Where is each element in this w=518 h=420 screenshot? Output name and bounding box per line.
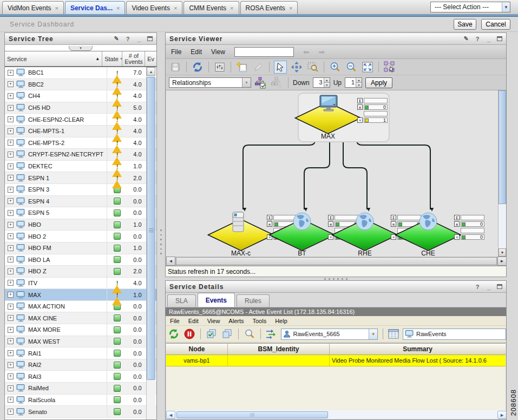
expand-icon[interactable]: + (8, 338, 14, 344)
table-row[interactable]: +RAI20.0 (5, 359, 156, 371)
close-icon[interactable]: × (116, 5, 120, 11)
tab-cmm-events[interactable]: CMM Events× (183, 1, 239, 14)
spin-down-icon[interactable]: ▼ (356, 82, 362, 87)
menu-alerts[interactable]: Alerts (228, 318, 244, 324)
details-hscrollbar-thumb[interactable] (176, 411, 328, 418)
table-row[interactable]: +RaiMed0.0 (5, 383, 156, 395)
viewer-vscrollbar[interactable]: ▼ (498, 90, 506, 257)
table-row[interactable]: +CRYPT-ESPN2-NETCRYPT!4.0 (5, 149, 156, 161)
expand-icon[interactable]: + (8, 409, 14, 415)
zoom-in-icon[interactable] (329, 61, 342, 74)
table-row[interactable]: +CHE-MPTS-1!4.0 (5, 126, 156, 137)
column-header-events[interactable]: # ofEvents (122, 51, 145, 66)
column-header-summary[interactable]: Summary (330, 344, 506, 355)
expand-icon[interactable]: + (8, 385, 14, 391)
tab-events[interactable]: Events (198, 293, 235, 307)
event-view-dropdown[interactable]: RawEvents (403, 329, 506, 340)
expand-icon[interactable]: + (8, 105, 14, 111)
table-row[interactable]: +ITV!4.0 (5, 278, 156, 290)
tab-service-das-[interactable]: Service Das...× (65, 1, 126, 14)
expand-icon[interactable]: + (8, 81, 14, 87)
table-view-icon[interactable] (388, 327, 399, 340)
menu-view[interactable]: View (207, 318, 220, 324)
table-row[interactable]: +Senato0.0 (5, 406, 156, 418)
table-row[interactable]: +DEKTEC!1.0 (5, 161, 156, 173)
tab-sla[interactable]: SLA (167, 294, 196, 307)
table-row[interactable]: +CHE-MPTS-2!4.0 (5, 137, 156, 149)
table-row[interactable]: +ESPN 30.0 (5, 184, 156, 196)
table-row[interactable]: +CH5 HD!5.0 (5, 102, 156, 114)
clear-relationship-icon[interactable] (271, 76, 284, 89)
minimize-icon[interactable]: _ (486, 284, 493, 290)
help-icon[interactable]: ? (124, 36, 132, 42)
spin-up-icon[interactable]: ▲ (324, 78, 330, 82)
column-header-ev[interactable]: Ev (145, 51, 156, 66)
viewer-search-input[interactable] (234, 47, 294, 57)
table-row[interactable]: +MAX ACTION0.0 (5, 301, 156, 313)
event-flow-icon[interactable] (265, 327, 277, 340)
refresh-icon[interactable] (191, 61, 204, 74)
save-icon[interactable] (169, 61, 182, 74)
table-row[interactable]: +HBO LA0.0 (5, 254, 156, 266)
menu-edit[interactable]: Edit (188, 318, 199, 324)
expand-icon[interactable]: + (8, 128, 14, 134)
tab-vidmon-events[interactable]: VidMon Events× (2, 1, 64, 14)
copy-icon[interactable] (221, 327, 233, 340)
expand-icon[interactable]: + (8, 198, 14, 204)
viewer-hscrollbar[interactable]: ◄ ► (166, 257, 507, 266)
tab-rosa-events[interactable]: ROSA Events× (240, 1, 298, 14)
table-row[interactable]: +MAX WEST0.0 (5, 336, 156, 348)
table-row[interactable]: +HBO FM1.0 (5, 242, 156, 254)
expand-icon[interactable]: + (8, 315, 14, 321)
scroll-left-icon[interactable]: ◄ (166, 411, 175, 419)
table-row[interactable]: +ESPN 40.0 (5, 196, 156, 208)
relationships-dropdown[interactable]: Relationships ▼ (169, 77, 251, 88)
table-row[interactable]: +CHE-ESPN2-CLEAR!4.0 (5, 114, 156, 126)
edit-icon[interactable] (252, 61, 265, 74)
topology-node-che[interactable]: Σıı0≡0CHE (403, 211, 486, 257)
table-row[interactable]: +MAX MORE0.0 (5, 324, 156, 336)
maximize-icon[interactable] (147, 36, 153, 41)
expand-icon[interactable]: + (8, 245, 14, 251)
column-header-node[interactable]: Node (166, 344, 228, 355)
zoom-area-icon[interactable] (306, 61, 319, 74)
menu-file[interactable]: File (170, 318, 180, 324)
table-row[interactable]: +MAX CINE0.0 (5, 312, 156, 324)
minimize-icon[interactable]: _ (486, 36, 493, 42)
select-tool-icon[interactable] (274, 61, 287, 74)
maximize-icon[interactable] (497, 284, 502, 289)
expand-icon[interactable]: + (8, 292, 14, 298)
help-icon[interactable]: ? (474, 284, 481, 290)
expand-icon[interactable]: + (8, 140, 14, 146)
details-hscrollbar[interactable]: ◄ ► (166, 410, 507, 419)
menu-help[interactable]: Help (275, 318, 287, 324)
expand-icon[interactable]: + (8, 222, 14, 228)
menu-view[interactable]: View (211, 48, 225, 56)
down-stepper[interactable]: 3 ▲▼ (313, 77, 330, 88)
back-icon[interactable]: ⬅ (303, 48, 310, 56)
expand-icon[interactable]: + (8, 93, 14, 99)
topology-node-max[interactable]: Σıı0≡1MAX (298, 93, 390, 142)
cancel-button[interactable]: Cancel (481, 19, 510, 30)
zoom-out-icon[interactable] (345, 61, 358, 74)
fit-view-icon[interactable] (361, 61, 374, 74)
select-events-icon[interactable] (206, 327, 218, 340)
scroll-right-icon[interactable]: ► (497, 257, 507, 266)
apply-button[interactable]: Apply (365, 77, 392, 88)
table-row[interactable]: +HBO Z2.0 (5, 266, 156, 278)
tab-rules[interactable]: Rules (237, 294, 270, 307)
event-source-dropdown[interactable]: RawEvents_5665 ▼ (281, 329, 378, 340)
table-row[interactable]: +HBO1.0 (5, 219, 156, 231)
search-icon[interactable] (244, 327, 255, 340)
apply-relationship-icon[interactable] (254, 76, 267, 89)
vertical-splitter[interactable] (160, 229, 162, 254)
table-row[interactable]: +RaiScuola0.0 (5, 395, 156, 406)
table-row[interactable]: +MAX!1.0 (5, 289, 156, 301)
forward-icon[interactable]: ➡ (319, 48, 325, 56)
expand-icon[interactable]: + (8, 116, 14, 122)
expand-icon[interactable]: + (8, 397, 14, 403)
scroll-down-icon[interactable]: ▼ (499, 248, 506, 257)
expand-icon[interactable]: + (8, 163, 14, 169)
expand-icon[interactable]: + (8, 362, 14, 368)
scroll-left-icon[interactable]: ◄ (166, 257, 175, 266)
